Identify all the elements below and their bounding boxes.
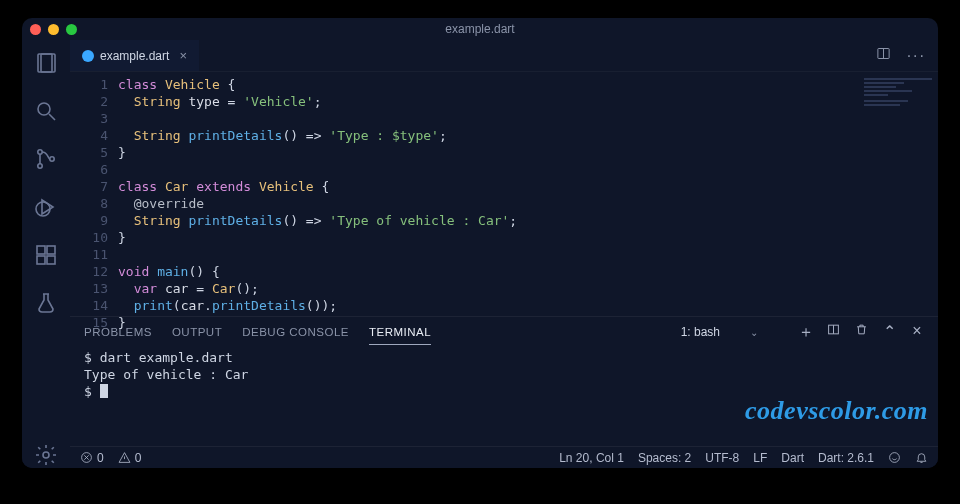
svg-point-6 (50, 157, 54, 161)
status-feedback-icon[interactable] (888, 451, 901, 464)
svg-rect-11 (37, 256, 45, 264)
status-language[interactable]: Dart (781, 451, 804, 465)
status-cursor-position[interactable]: Ln 20, Col 1 (559, 451, 624, 465)
tab-label: example.dart (100, 49, 169, 63)
svg-point-2 (38, 103, 50, 115)
line-number-gutter: 123456789101112131415 (70, 72, 118, 316)
code-content[interactable]: class Vehicle { String type = 'Vehicle';… (118, 72, 858, 316)
svg-point-5 (38, 164, 42, 168)
svg-rect-12 (47, 256, 55, 264)
svg-point-22 (890, 453, 900, 463)
svg-rect-9 (37, 246, 45, 254)
split-editor-icon[interactable] (876, 46, 891, 65)
status-errors[interactable]: 0 (80, 451, 104, 465)
bottom-panel: PROBLEMS OUTPUT DEBUG CONSOLE TERMINAL 1… (70, 316, 938, 446)
code-editor[interactable]: 123456789101112131415 class Vehicle { St… (70, 72, 938, 316)
status-warnings[interactable]: 0 (118, 451, 142, 465)
search-icon[interactable] (33, 98, 59, 124)
status-sdk[interactable]: Dart: 2.6.1 (818, 451, 874, 465)
svg-point-4 (38, 150, 42, 154)
settings-gear-icon[interactable] (33, 442, 59, 468)
svg-point-13 (43, 452, 49, 458)
more-actions-icon[interactable]: ··· (907, 47, 926, 65)
explorer-icon[interactable] (33, 50, 59, 76)
status-bell-icon[interactable] (915, 451, 928, 464)
titlebar: example.dart (22, 18, 938, 40)
status-indentation[interactable]: Spaces: 2 (638, 451, 691, 465)
svg-rect-10 (47, 246, 55, 254)
tab-bar: example.dart × ··· (70, 40, 938, 72)
source-control-icon[interactable] (33, 146, 59, 172)
activity-bar (22, 40, 70, 468)
svg-rect-1 (41, 54, 55, 72)
dart-file-icon (82, 50, 94, 62)
tab-example-dart[interactable]: example.dart × (70, 40, 199, 71)
extensions-icon[interactable] (33, 242, 59, 268)
terminal-cursor (100, 384, 108, 398)
terminal-line: Type of vehicle : Car (84, 366, 924, 383)
minimap[interactable] (858, 72, 938, 316)
tab-close-icon[interactable]: × (179, 48, 187, 63)
watermark: codevscolor.com (745, 398, 928, 424)
vscode-window: example.dart example.dart × (22, 18, 938, 468)
close-panel-icon[interactable]: × (910, 322, 924, 343)
testing-icon[interactable] (33, 290, 59, 316)
status-bar: 0 0 Ln 20, Col 1 Spaces: 2 UTF-8 LF Dart… (70, 446, 938, 468)
terminal-line: $ dart example.dart (84, 349, 924, 366)
status-encoding[interactable]: UTF-8 (705, 451, 739, 465)
status-eol[interactable]: LF (753, 451, 767, 465)
svg-rect-0 (38, 54, 52, 72)
maximize-panel-icon[interactable]: ⌃ (882, 322, 896, 343)
svg-line-3 (49, 114, 55, 120)
debug-icon[interactable] (33, 194, 59, 220)
window-title: example.dart (22, 22, 938, 36)
terminal-output[interactable]: $ dart example.dart Type of vehicle : Ca… (70, 347, 938, 446)
